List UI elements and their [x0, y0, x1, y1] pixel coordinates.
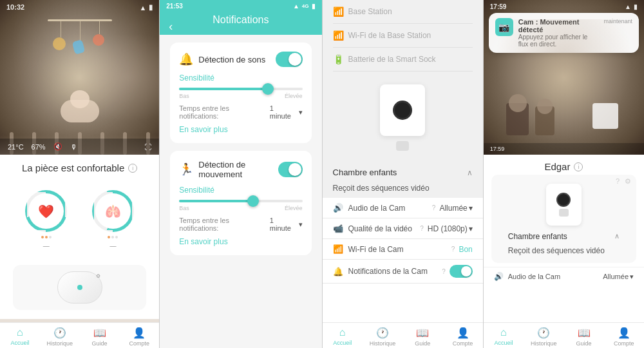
sound-time-chevron: ▾ [299, 108, 303, 117]
video-quality-value[interactable]: HD (1080p) ▾ [428, 224, 473, 233]
nav-accueil-label-4: Accueil [494, 340, 513, 346]
base-station-label: Base Station [348, 7, 473, 16]
notif-cam-info[interactable]: ? [442, 268, 446, 275]
tracker-section: ⚙ [0, 256, 159, 319]
motion-detection-card: 🏃 Détection de mouvement Sensibilité Bas… [170, 151, 311, 255]
battery-icon-4: ▮ [634, 3, 638, 10]
nav-compte-1[interactable]: 👤 Compte [119, 327, 159, 347]
motion-time-select[interactable]: 1 minute ▾ [270, 217, 303, 232]
battery-icon-2: ▮ [312, 3, 316, 10]
nav-guide-1[interactable]: 📖 Guide [80, 327, 120, 347]
nav-historique-label-4: Historique [531, 340, 557, 347]
sound-learn-more[interactable]: En savoir plus [179, 125, 302, 134]
nav-home-icon-4: ⌂ [500, 327, 507, 338]
comfort-info-icon[interactable]: i [128, 164, 137, 173]
notif-status-bar: 21:53 ▲ 4G ▮ [160, 0, 321, 12]
tracker-gear-icon[interactable]: ⚙ [96, 273, 100, 279]
baby-tracker-device: ⚙ [13, 265, 146, 310]
panel-4-camera-motion: 17:59 ▲ ▮ 📷 Cam : Mouvement détecté Appu… [484, 0, 644, 348]
sound-toggle[interactable] [276, 52, 303, 67]
nav-guide-icon-4: 📖 [578, 327, 591, 339]
mic-icon[interactable]: 🎙 [70, 143, 77, 151]
nav-historique-3[interactable]: 🕐 Historique [363, 327, 402, 347]
section-chevron-3[interactable]: ∧ [467, 168, 473, 177]
nav-compte-4[interactable]: 👤 Compte [604, 327, 644, 347]
back-arrow[interactable]: ‹ [169, 20, 173, 34]
nav-accueil-3[interactable]: ⌂ Accueil [323, 327, 363, 347]
edgar-chevron[interactable]: ∧ [614, 232, 620, 241]
edgar-audio-label: Audio de la Cam [508, 273, 600, 280]
motion-slider-track [179, 200, 302, 202]
time-2: 21:53 [166, 3, 183, 10]
sound-slider-fill [179, 88, 268, 90]
nav-historique-label-1: Historique [46, 340, 73, 347]
sound-min-label: Bas [179, 93, 189, 99]
camera-view-4: 17:59 ▲ ▮ 📷 Cam : Mouvement détecté Appu… [484, 0, 644, 155]
motion-learn-more[interactable]: En savoir plus [179, 237, 302, 246]
edgar-section-header: Chambre enfants ∧ [498, 228, 630, 245]
video-quality-chevron: ▾ [469, 224, 473, 233]
child-figure-1 [506, 103, 529, 135]
battery-sock-row: 🔋 Batterie de la Smart Sock [333, 48, 473, 72]
wifi-icon-2: ▲ [293, 3, 299, 10]
heart-sensor: ❤️ — [25, 190, 67, 249]
camera-overlay-4: 17:59 [484, 143, 644, 155]
expand-icon[interactable]: ⛶ [144, 143, 151, 151]
time-badge-4: 17:59 [490, 146, 505, 152]
wifi-base-icon: 📶 [333, 30, 343, 41]
nav-guide-4[interactable]: 📖 Guide [564, 327, 603, 347]
device-name-3: Chambre enfants [333, 168, 397, 177]
edgar-gear-icon[interactable]: ⚙ [625, 177, 631, 186]
edgar-name: Edgar i [484, 155, 644, 175]
nav-home-icon-3: ⌂ [339, 327, 346, 338]
sound-time-select[interactable]: 1 minute ▾ [270, 104, 303, 120]
edgar-audio-value[interactable]: Allumée ▾ [603, 273, 634, 281]
notif-cam-icon: 🔔 [333, 267, 345, 276]
audio-cam-value[interactable]: Allumée ▾ [439, 204, 472, 213]
nav-compte-label-4: Compte [614, 340, 634, 347]
nav-guide-3[interactable]: 📖 Guide [402, 327, 442, 347]
motion-max-label: Élevée [285, 205, 303, 211]
motion-time-label: Temps entre les notifications: [179, 217, 270, 232]
wifi-cam-info[interactable]: ? [451, 246, 455, 253]
nav-compte-3[interactable]: 👤 Compte [442, 327, 482, 347]
nav-guide-label-3: Guide [415, 340, 430, 347]
audio-cam-info[interactable]: ? [432, 204, 436, 211]
edgar-info-icon[interactable]: i [574, 162, 583, 171]
sound-slider-thumb[interactable] [262, 83, 274, 95]
mobile-string-3 [99, 21, 100, 34]
heart-icon: ❤️ [38, 204, 54, 219]
sound-time-label: Temps entre les notifications: [179, 104, 270, 120]
sound-time-row: Temps entre les notifications: 1 minute … [179, 104, 302, 120]
lung-dot-3 [115, 236, 118, 238]
notifications-scroll[interactable]: 🔔 Détection de sons Sensibilité Bas Élev… [160, 35, 321, 348]
section-header-3: Chambre enfants ∧ [333, 164, 473, 181]
video-quality-row: 📹 Qualité de la vidéo ? HD (1080p) ▾ [323, 218, 483, 239]
audio-cam-icon: 🔊 [333, 203, 345, 213]
wifi-base-label: Wi-Fi de la Base Station [348, 31, 473, 40]
device-info-section: Chambre enfants ∧ Reçoit des séquences v… [323, 164, 483, 198]
motion-slider-thumb[interactable] [247, 195, 259, 207]
humidity-badge: 67% [32, 143, 46, 151]
edgar-device-name: Chambre enfants [508, 232, 567, 241]
nav-historique-4[interactable]: 🕐 Historique [524, 327, 564, 347]
heart-dot-3 [49, 236, 52, 238]
mute-icon[interactable]: 🔇 [53, 142, 62, 151]
camera-center-3: ? ⚙ [323, 72, 483, 164]
motion-toggle[interactable] [278, 162, 302, 177]
motion-slider[interactable]: Bas Élevée [179, 200, 302, 211]
nav-historique-label-3: Historique [370, 340, 396, 347]
nav-accueil-4[interactable]: ⌂ Accueil [484, 327, 524, 347]
lung-icon-container: 🫁 [95, 193, 131, 229]
sound-slider[interactable]: Bas Élevée [179, 88, 302, 99]
video-quality-icon: 📹 [333, 224, 345, 233]
nav-historique-1[interactable]: 🕐 Historique [40, 327, 80, 347]
nav-guide-icon-3: 📖 [416, 327, 429, 339]
video-quality-info[interactable]: ? [420, 225, 424, 232]
baby-silhouette [54, 90, 106, 122]
nav-accueil-1[interactable]: ⌂ Accueil [0, 327, 40, 347]
notif-cam-toggle[interactable] [450, 265, 473, 278]
edgar-camera-card: ? ⚙ Chambre enfants ∧ Reçoit des séquenc… [491, 175, 636, 263]
heart-dots [41, 236, 52, 238]
edgar-question-icon[interactable]: ? [616, 177, 620, 186]
